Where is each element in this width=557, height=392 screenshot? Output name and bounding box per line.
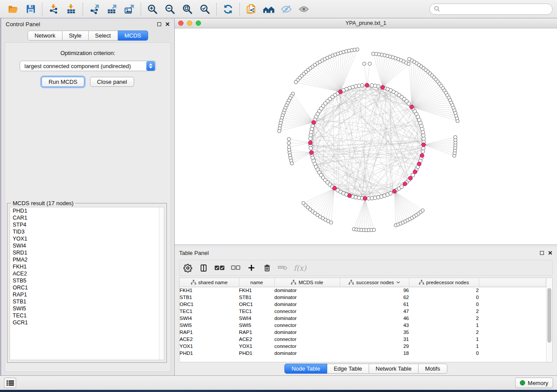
export-network-button[interactable] bbox=[86, 2, 103, 17]
table-cell[interactable]: dominator bbox=[274, 315, 340, 322]
mcds-result-list[interactable]: PHD1CAR1STP4TID3YOX1SWI4SRD1PMA2FKH1ACE2… bbox=[10, 207, 164, 360]
close-panel-icon[interactable]: ✕ bbox=[165, 22, 170, 26]
table-cell[interactable]: PHD1 bbox=[239, 350, 274, 357]
table-cell[interactable]: 46 bbox=[340, 315, 409, 322]
table-cell[interactable]: TEC1 bbox=[239, 308, 274, 315]
result-item[interactable]: STB1 bbox=[10, 298, 164, 305]
table-row[interactable]: ORC1ORC1dominator610 bbox=[180, 301, 546, 308]
export-image-button[interactable] bbox=[121, 2, 138, 17]
criterion-dropdown[interactable]: largest connected component (undirected) bbox=[20, 61, 156, 71]
run-mcds-button[interactable]: Run MCDS bbox=[42, 77, 84, 87]
import-table-button[interactable] bbox=[62, 2, 80, 17]
table-cell[interactable]: RAP1 bbox=[239, 329, 274, 336]
table-cell[interactable]: ORC1 bbox=[180, 301, 239, 308]
table-cell[interactable]: YOX1 bbox=[239, 343, 274, 350]
result-item[interactable]: SWI4 bbox=[10, 242, 164, 249]
tab-network[interactable]: Network bbox=[28, 31, 62, 41]
table-cell[interactable]: 29 bbox=[340, 343, 409, 350]
table-cell[interactable]: ACE2 bbox=[239, 336, 274, 343]
delete-column-button[interactable] bbox=[262, 263, 272, 273]
result-item[interactable]: PHD1 bbox=[10, 207, 164, 214]
tab-edge-table[interactable]: Edge Table bbox=[327, 364, 369, 374]
tab-network-table[interactable]: Network Table bbox=[369, 364, 419, 374]
show-panels-button[interactable] bbox=[4, 378, 16, 388]
table-cell[interactable]: connector bbox=[274, 336, 340, 343]
result-item[interactable]: TID3 bbox=[10, 228, 164, 235]
export-table-button[interactable] bbox=[103, 2, 121, 17]
table-cell[interactable]: dominator bbox=[274, 350, 340, 357]
table-cell[interactable]: dominator bbox=[274, 301, 340, 308]
table-settings-button[interactable] bbox=[183, 263, 193, 273]
column-browser-button[interactable] bbox=[199, 263, 208, 273]
result-item[interactable]: SRD1 bbox=[10, 249, 164, 256]
result-item[interactable]: SWI5 bbox=[10, 305, 164, 312]
tab-select[interactable]: Select bbox=[89, 31, 118, 41]
table-cell[interactable]: 31 bbox=[340, 336, 409, 343]
tab-motifs[interactable]: Motifs bbox=[419, 364, 447, 374]
table-row[interactable]: FKH1FKH1dominator962 bbox=[180, 287, 546, 294]
column-header[interactable]: shared name bbox=[180, 278, 239, 287]
result-item[interactable]: GCR1 bbox=[10, 319, 164, 326]
tab-node-table[interactable]: Node Table bbox=[284, 364, 327, 374]
select-all-checks-button[interactable] bbox=[214, 263, 225, 273]
table-cell[interactable]: SWI4 bbox=[180, 315, 239, 322]
table-cell[interactable]: YOX1 bbox=[180, 343, 239, 350]
table-cell[interactable]: 35 bbox=[340, 329, 409, 336]
network-canvas[interactable] bbox=[175, 28, 557, 244]
zoom-in-button[interactable] bbox=[144, 2, 161, 17]
table-cell[interactable]: 1 bbox=[409, 336, 479, 343]
table-row[interactable]: ACE2ACE2connector311 bbox=[180, 336, 546, 343]
hide-selected-button[interactable] bbox=[277, 2, 295, 17]
table-cell[interactable]: RAP1 bbox=[180, 329, 239, 336]
table-row[interactable]: TEC1TEC1connector472 bbox=[180, 308, 546, 315]
table-cell[interactable]: 2 bbox=[409, 308, 479, 315]
table-cell[interactable]: 0 bbox=[409, 301, 479, 308]
show-all-button[interactable] bbox=[295, 2, 312, 17]
table-cell[interactable]: dominator bbox=[274, 287, 340, 294]
first-neighbors-button[interactable] bbox=[260, 2, 277, 17]
table-scrollbar[interactable] bbox=[546, 278, 552, 362]
table-scrollbar-thumb[interactable] bbox=[547, 288, 551, 343]
table-cell[interactable]: 47 bbox=[340, 308, 409, 315]
function-builder-button[interactable]: f(x) bbox=[294, 263, 306, 273]
tab-mcds[interactable]: MCDS bbox=[118, 31, 148, 41]
result-item[interactable]: STB5 bbox=[10, 277, 164, 284]
import-network-button[interactable] bbox=[45, 2, 62, 17]
result-item[interactable]: CAR1 bbox=[10, 214, 164, 221]
close-panel-button[interactable]: Close panel bbox=[90, 77, 134, 87]
open-file-button[interactable] bbox=[4, 2, 22, 17]
network-window-titlebar[interactable]: YPA_prune.txt_1 bbox=[175, 18, 557, 28]
table-cell[interactable]: 18 bbox=[340, 350, 409, 357]
tab-style[interactable]: Style bbox=[62, 31, 89, 41]
table-cell[interactable]: 43 bbox=[340, 322, 409, 329]
zoom-selected-button[interactable] bbox=[196, 2, 214, 17]
zoom-fit-button[interactable] bbox=[179, 2, 196, 17]
delete-table-button[interactable] bbox=[278, 263, 287, 273]
table-cell[interactable]: connector bbox=[274, 322, 340, 329]
table-cell[interactable]: SWI5 bbox=[180, 322, 239, 329]
result-item[interactable]: FKH1 bbox=[10, 263, 164, 270]
node-table[interactable]: shared namenameMCDS rolesuccessor nodesp… bbox=[179, 278, 553, 362]
table-cell[interactable]: dominator bbox=[274, 329, 340, 336]
result-item[interactable]: STP4 bbox=[10, 221, 164, 228]
result-item[interactable]: ORC1 bbox=[10, 284, 164, 291]
column-header[interactable]: MCDS role bbox=[274, 278, 340, 287]
result-item[interactable]: TEC1 bbox=[10, 312, 164, 319]
table-row[interactable]: SWI4SWI4dominator462 bbox=[180, 315, 546, 322]
table-cell[interactable]: 61 bbox=[340, 301, 409, 308]
table-row[interactable]: YOX1YOX1connector291 bbox=[180, 343, 546, 350]
clone-network-button[interactable] bbox=[242, 2, 260, 17]
table-cell[interactable]: 2 bbox=[409, 287, 479, 294]
column-header[interactable]: name bbox=[239, 278, 274, 287]
table-cell[interactable]: 0 bbox=[409, 294, 479, 301]
table-cell[interactable]: 62 bbox=[340, 294, 409, 301]
table-cell[interactable]: FKH1 bbox=[239, 287, 274, 294]
column-header[interactable]: successor nodes bbox=[340, 278, 409, 287]
result-item[interactable]: YOX1 bbox=[10, 235, 164, 242]
zoom-out-button[interactable] bbox=[161, 2, 179, 17]
table-cell[interactable]: STB1 bbox=[239, 294, 274, 301]
float-panel-icon[interactable] bbox=[157, 22, 161, 26]
table-row[interactable]: PHD1PHD1dominator180 bbox=[180, 350, 546, 357]
table-cell[interactable]: ACE2 bbox=[180, 336, 239, 343]
result-list-scrollbar[interactable] bbox=[159, 207, 164, 360]
